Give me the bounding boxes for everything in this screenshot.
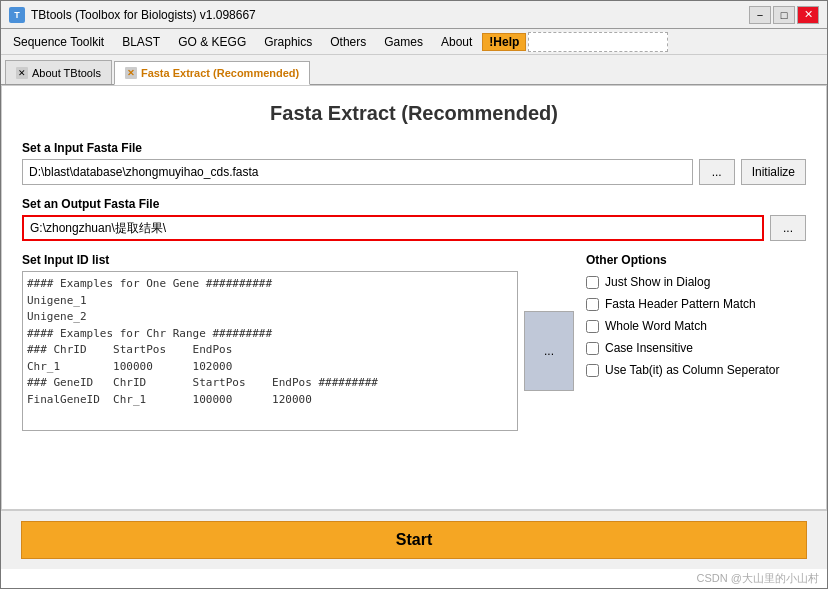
window-title: TBtools (Toolbox for Biologists) v1.0986… — [31, 8, 256, 22]
just-show-checkbox[interactable] — [586, 276, 599, 289]
output-fasta-row: ... — [22, 215, 806, 241]
use-tab-checkbox[interactable] — [586, 364, 599, 377]
start-btn-container: Start — [1, 510, 827, 569]
main-window: T TBtools (Toolbox for Biologists) v1.09… — [0, 0, 828, 589]
input-fasta-browse-button[interactable]: ... — [699, 159, 735, 185]
title-bar: T TBtools (Toolbox for Biologists) v1.09… — [1, 1, 827, 29]
just-show-label: Just Show in Dialog — [605, 275, 710, 289]
watermark: CSDN @大山里的小山村 — [1, 569, 827, 588]
case-insensitive-checkbox[interactable] — [586, 342, 599, 355]
input-fasta-label: Set a Input Fasta File — [22, 141, 806, 155]
lower-section: Set Input ID list ... Other Options Just… — [22, 253, 806, 431]
menu-games[interactable]: Games — [376, 33, 431, 51]
whole-word-checkbox[interactable] — [586, 320, 599, 333]
menu-others[interactable]: Others — [322, 33, 374, 51]
option-case-insensitive: Case Insensitive — [586, 341, 806, 355]
tab-about-tbtools[interactable]: ✕ About TBtools — [5, 60, 112, 84]
option-use-tab: Use Tab(it) as Column Seperator — [586, 363, 806, 377]
close-button[interactable]: ✕ — [797, 6, 819, 24]
textarea-row: ... — [22, 271, 574, 431]
tab-fasta-extract[interactable]: ✕ Fasta Extract (Recommended) — [114, 61, 310, 85]
output-fasta-field[interactable] — [22, 215, 764, 241]
page-title: Fasta Extract (Recommended) — [22, 102, 806, 125]
use-tab-label: Use Tab(it) as Column Seperator — [605, 363, 780, 377]
search-input[interactable] — [528, 32, 668, 52]
options-section: Other Options Just Show in Dialog Fasta … — [586, 253, 806, 431]
option-whole-word: Whole Word Match — [586, 319, 806, 333]
initialize-button[interactable]: Initialize — [741, 159, 806, 185]
id-list-textarea[interactable] — [22, 271, 518, 431]
title-bar-controls: − □ ✕ — [749, 6, 819, 24]
menu-bar: Sequence Toolkit BLAST GO & KEGG Graphic… — [1, 29, 827, 55]
output-fasta-browse-button[interactable]: ... — [770, 215, 806, 241]
tab-bar: ✕ About TBtools ✕ Fasta Extract (Recomme… — [1, 55, 827, 85]
tab-label-about: About TBtools — [32, 67, 101, 79]
start-button[interactable]: Start — [21, 521, 807, 559]
input-fasta-field[interactable] — [22, 159, 693, 185]
main-content: Fasta Extract (Recommended) Set a Input … — [1, 85, 827, 510]
menu-go-kegg[interactable]: GO & KEGG — [170, 33, 254, 51]
help-button[interactable]: !Help — [482, 33, 526, 51]
input-fasta-row: ... Initialize — [22, 159, 806, 185]
options-title: Other Options — [586, 253, 806, 267]
menu-sequence-toolkit[interactable]: Sequence Toolkit — [5, 33, 112, 51]
menu-blast[interactable]: BLAST — [114, 33, 168, 51]
middle-browse-button[interactable]: ... — [524, 311, 574, 391]
header-pattern-checkbox[interactable] — [586, 298, 599, 311]
whole-word-label: Whole Word Match — [605, 319, 707, 333]
output-fasta-label: Set an Output Fasta File — [22, 197, 806, 211]
maximize-button[interactable]: □ — [773, 6, 795, 24]
menu-about[interactable]: About — [433, 33, 480, 51]
title-bar-left: T TBtools (Toolbox for Biologists) v1.09… — [9, 7, 256, 23]
id-list-section: Set Input ID list ... — [22, 253, 574, 431]
tab-label-fasta: Fasta Extract (Recommended) — [141, 67, 299, 79]
app-icon: T — [9, 7, 25, 23]
case-insensitive-label: Case Insensitive — [605, 341, 693, 355]
option-header-pattern: Fasta Header Pattern Match — [586, 297, 806, 311]
middle-browse-container: ... — [524, 271, 574, 431]
tab-close-icon-about[interactable]: ✕ — [16, 67, 28, 79]
id-list-label: Set Input ID list — [22, 253, 574, 267]
tab-close-icon-fasta[interactable]: ✕ — [125, 67, 137, 79]
minimize-button[interactable]: − — [749, 6, 771, 24]
option-just-show: Just Show in Dialog — [586, 275, 806, 289]
header-pattern-label: Fasta Header Pattern Match — [605, 297, 756, 311]
menu-graphics[interactable]: Graphics — [256, 33, 320, 51]
